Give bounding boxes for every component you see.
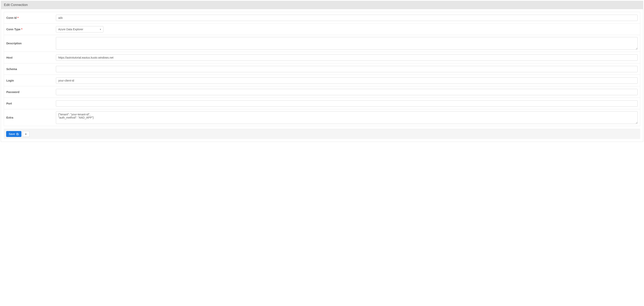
extra-textarea[interactable] — [56, 111, 638, 124]
save-button[interactable]: Save — [6, 131, 22, 137]
schema-input[interactable] — [56, 66, 638, 72]
back-button[interactable] — [22, 131, 30, 137]
label-conn-type-text: Conn Type — [6, 28, 20, 31]
row-schema: Schema — [4, 63, 640, 75]
label-password: Password — [6, 90, 56, 94]
save-icon — [16, 133, 19, 135]
label-description: Description — [6, 42, 56, 45]
row-login: Login — [4, 75, 640, 86]
conn-id-input[interactable] — [56, 15, 638, 21]
required-marker: * — [18, 16, 18, 19]
password-input[interactable] — [56, 89, 638, 95]
label-conn-type: Conn Type * — [6, 28, 56, 31]
description-textarea[interactable] — [56, 37, 638, 50]
save-button-label: Save — [9, 132, 15, 136]
label-schema: Schema — [6, 67, 56, 71]
label-conn-id-text: Conn Id — [6, 16, 17, 19]
conn-type-select[interactable]: Azure Data Explorer ▼ — [56, 26, 104, 32]
label-extra: Extra — [6, 116, 56, 119]
connection-form: Conn Id * Conn Type * Azure Data Explore… — [4, 12, 640, 126]
row-port: Port — [4, 98, 640, 109]
login-input[interactable] — [56, 77, 638, 84]
row-description: Description — [4, 35, 640, 52]
port-input[interactable] — [56, 100, 638, 107]
row-conn-id: Conn Id * — [4, 12, 640, 23]
panel-footer: Save — [4, 129, 640, 139]
label-host: Host — [6, 56, 56, 59]
form-body: Conn Id * Conn Type * Azure Data Explore… — [1, 9, 643, 126]
required-marker: * — [21, 28, 22, 31]
arrow-left-icon — [25, 133, 27, 135]
conn-type-value: Azure Data Explorer — [56, 26, 104, 32]
label-login: Login — [6, 79, 56, 82]
panel-title: Edit Connection — [1, 1, 643, 9]
row-host: Host — [4, 52, 640, 63]
row-password: Password — [4, 86, 640, 98]
row-conn-type: Conn Type * Azure Data Explorer ▼ — [4, 23, 640, 35]
host-input[interactable] — [56, 54, 638, 61]
label-port: Port — [6, 102, 56, 105]
edit-connection-panel: Edit Connection Conn Id * Conn Type * — [1, 1, 643, 142]
row-extra: Extra — [4, 109, 640, 126]
label-conn-id: Conn Id * — [6, 16, 56, 19]
